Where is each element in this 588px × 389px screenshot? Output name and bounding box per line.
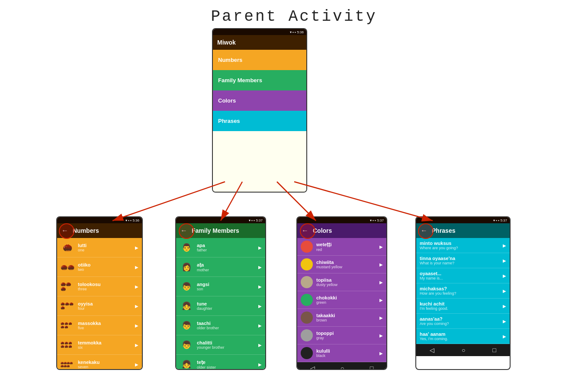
phrases-nav-bar: ◁ ○ □	[416, 344, 510, 356]
menu-item-phrases[interactable]: Phrases	[213, 111, 306, 131]
list-item[interactable]: chokokki green ▶	[297, 291, 386, 309]
list-item[interactable]: 🌰🌰🌰🌰🌰🌰 temmokka six ▶	[57, 335, 142, 355]
family-phone: ▾ ▪ ▪ 5:37 ← Family Members 👨 apa father…	[175, 216, 266, 370]
list-item[interactable]: 👦 chalitti younger brother ▶	[176, 335, 265, 355]
list-item[interactable]: minto wuksus Where are you going? ▶	[416, 238, 510, 253]
parent-toolbar: Miwok	[213, 35, 306, 50]
list-item[interactable]: 👧 teṭe older sister ▶	[176, 355, 265, 370]
colors-toolbar-title: Colors	[313, 227, 332, 234]
list-item[interactable]: kululli black ▶	[297, 344, 386, 362]
numbers-toolbar-title: Numbers	[73, 227, 99, 234]
colors-nav-bar: ◁ ○ □	[297, 362, 386, 370]
list-item[interactable]: 🌰🌰🌰🌰🌰 massokka five ▶	[57, 316, 142, 335]
list-item[interactable]: takaakki brown ▶	[297, 309, 386, 327]
colors-phone: ▾ ▪ ▪ 5:37 ← Colors weteṭṭi red ▶ chiwii…	[296, 216, 387, 370]
svg-line-4	[294, 182, 433, 221]
parent-status-bar: ▾ ▪ ▪ 5:36	[213, 29, 306, 35]
home-nav[interactable]: ○	[341, 365, 344, 370]
phrases-toolbar-title: Phrases	[432, 227, 455, 234]
home-nav[interactable]: ○	[462, 347, 465, 354]
list-item[interactable]: 🌰 lutti one ▶	[57, 238, 142, 257]
phrases-phone: ▾ ▪ ▪ 5:37 ← Phrases minto wuksus Where …	[415, 216, 511, 370]
recent-nav[interactable]: □	[370, 365, 373, 370]
list-item[interactable]: tinna oyaase'na What is your name? ▶	[416, 253, 510, 268]
family-status-bar: ▾ ▪ ▪ 5:37	[176, 217, 265, 223]
list-item[interactable]: 👨 apa father ▶	[176, 238, 265, 257]
list-item[interactable]: 🌰🌰🌰🌰🌰🌰🌰 kenekaku seven ▶	[57, 355, 142, 370]
list-item[interactable]: 👦 angsi son ▶	[176, 277, 265, 296]
phrases-status-bar: ▾ ▪ ▪ 5:37	[416, 217, 510, 223]
list-item[interactable]: topiisa dusty yellow ▶	[297, 273, 386, 291]
list-item[interactable]: 🌰🌰 otiiko two ▶	[57, 257, 142, 277]
list-item[interactable]: oyaaset... My name is... ▶	[416, 268, 510, 283]
list-item[interactable]: 🌰🌰🌰🌰 oyyisa four ▶	[57, 296, 142, 316]
list-item[interactable]: haa' aanam Yes, I'm coming. ▶	[416, 329, 510, 344]
menu-item-family[interactable]: Family Members	[213, 70, 306, 90]
list-item[interactable]: topoppi gray ▶	[297, 327, 386, 344]
recent-nav[interactable]: □	[492, 347, 496, 354]
numbers-circle-highlight	[59, 223, 74, 239]
list-item[interactable]: kuchi achit I'm feeling good. ▶	[416, 299, 510, 314]
menu-item-colors[interactable]: Colors	[213, 90, 306, 111]
colors-circle-highlight	[300, 223, 315, 239]
page-title: Parent Activity	[0, 0, 588, 26]
list-item[interactable]: weteṭṭi red ▶	[297, 238, 386, 256]
family-circle-highlight	[179, 223, 194, 239]
family-toolbar-title: Family Members	[192, 227, 239, 234]
list-item[interactable]: 👩 aṭa mother ▶	[176, 257, 265, 277]
menu-item-numbers[interactable]: Numbers	[213, 50, 306, 70]
list-item[interactable]: michaksas? How are you feeling? ▶	[416, 283, 510, 299]
svg-line-1	[112, 182, 225, 221]
parent-toolbar-title: Miwok	[217, 39, 236, 46]
back-nav[interactable]: ◁	[310, 365, 315, 370]
list-item[interactable]: aanas'aa? Are you coming? ▶	[416, 314, 510, 329]
back-nav[interactable]: ◁	[430, 347, 434, 354]
numbers-status-bar: ▾ ▪ ▪ 5:36	[57, 217, 142, 223]
parent-phone: ▾ ▪ ▪ 5:36 Miwok Numbers Family Members …	[212, 28, 307, 193]
colors-status-bar: ▾ ▪ ▪ 5:37	[297, 217, 386, 223]
phrases-circle-highlight	[418, 223, 434, 239]
list-item[interactable]: 👦 taachi older brother ▶	[176, 316, 265, 335]
list-item[interactable]: 👧 tune daughter ▶	[176, 296, 265, 316]
numbers-phone: ▾ ▪ ▪ 5:36 ← Numbers 🌰 lutti one ▶ 🌰🌰 ot…	[56, 216, 143, 370]
list-item[interactable]: 🌰🌰🌰 tolookosu three ▶	[57, 277, 142, 296]
list-item[interactable]: chiwiita mustard yellow ▶	[297, 256, 386, 273]
